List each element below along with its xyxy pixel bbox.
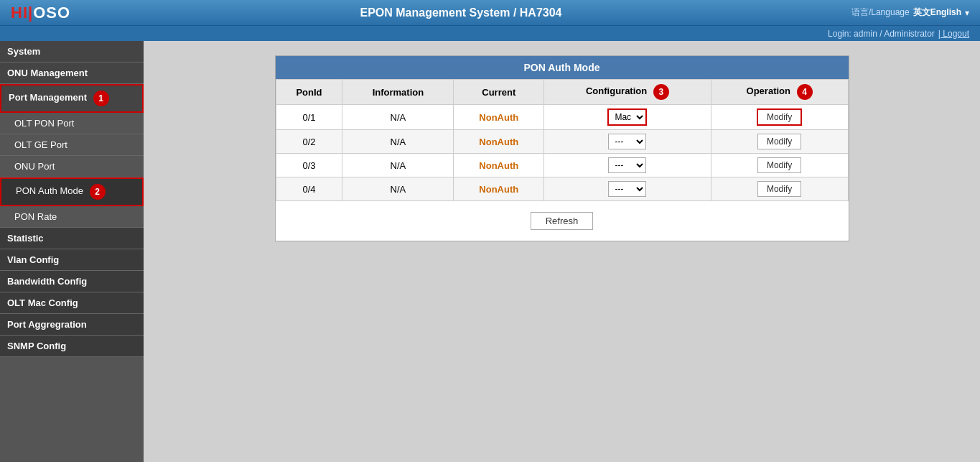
modify-button[interactable]: Modify xyxy=(757,134,801,149)
pon-auth-mode-container: PON Auth Mode PonId Information Current … xyxy=(275,55,849,241)
sidebar-item-snmp-config[interactable]: SNMP Config xyxy=(0,336,144,357)
language-label: 语言/Language xyxy=(851,6,910,19)
logo: HI|OSO xyxy=(11,4,70,22)
sidebar-item-system[interactable]: System xyxy=(0,41,144,63)
sidebar-item-bandwidth-config[interactable]: Bandwidth Config xyxy=(0,271,144,292)
sidebar-item-olt-pon-port[interactable]: OLT PON Port xyxy=(0,113,144,134)
sidebar-item-pon-rate[interactable]: PON Rate xyxy=(0,206,144,228)
main-layout: System ONU Management Port Management 1 … xyxy=(0,41,980,462)
badge-1: 1 xyxy=(93,91,109,106)
modify-button[interactable]: Modify xyxy=(757,157,801,173)
language-arrow-icon: ▾ xyxy=(965,8,969,18)
pon-auth-table: PonId Information Current Configuration … xyxy=(276,79,849,201)
cell-current: NonAuth xyxy=(454,105,544,130)
config-select[interactable]: ---Mac xyxy=(608,181,646,197)
config-select[interactable]: ---Mac xyxy=(608,157,646,173)
col-configuration: Configuration 3 xyxy=(544,80,711,105)
sidebar: System ONU Management Port Management 1 … xyxy=(0,41,144,462)
sidebar-item-port-management[interactable]: Port Management 1 xyxy=(0,84,144,113)
badge-3: 3 xyxy=(653,84,669,100)
sidebar-item-port-aggregation[interactable]: Port Aggregration xyxy=(0,314,144,336)
login-info: Login: admin / Administrator xyxy=(828,29,935,39)
table-title: PON Auth Mode xyxy=(276,56,849,79)
cell-config[interactable]: Mac--- xyxy=(544,105,711,130)
header-top: HI|OSO EPON Management System / HA7304 语… xyxy=(0,0,980,25)
cell-ponid: 0/2 xyxy=(276,130,342,154)
badge-4: 4 xyxy=(797,84,813,100)
cell-operation[interactable]: Modify xyxy=(711,105,848,130)
cell-operation[interactable]: Modify xyxy=(711,130,848,154)
language-selector[interactable]: 语言/Language 英文English ▾ xyxy=(851,6,969,19)
sidebar-item-olt-mac-config[interactable]: OLT Mac Config xyxy=(0,292,144,314)
cell-information: N/A xyxy=(342,105,454,130)
col-information: Information xyxy=(342,80,454,105)
content-area: PON Auth Mode PonId Information Current … xyxy=(144,41,980,462)
header-bottom: Login: admin / Administrator | Logout xyxy=(0,25,980,41)
cell-operation[interactable]: Modify xyxy=(711,154,848,177)
language-value: 英文English xyxy=(913,6,961,19)
page-title: EPON Management System / HA7304 xyxy=(70,6,851,19)
table-row: 0/1N/ANonAuthMac---Modify xyxy=(276,105,848,130)
cell-config[interactable]: ---Mac xyxy=(544,177,711,201)
cell-current: NonAuth xyxy=(454,130,544,154)
logout-button[interactable]: | Logout xyxy=(938,29,969,39)
sidebar-item-olt-ge-port[interactable]: OLT GE Port xyxy=(0,134,144,156)
cell-ponid: 0/4 xyxy=(276,177,342,201)
col-ponid: PonId xyxy=(276,80,342,105)
cell-information: N/A xyxy=(342,130,454,154)
sidebar-item-statistic[interactable]: Statistic xyxy=(0,228,144,249)
col-current: Current xyxy=(454,80,544,105)
cell-ponid: 0/3 xyxy=(276,154,342,177)
modify-button[interactable]: Modify xyxy=(757,108,802,126)
table-row: 0/4N/ANonAuth---MacModify xyxy=(276,177,848,201)
cell-current: NonAuth xyxy=(454,154,544,177)
refresh-area: Refresh xyxy=(276,201,849,241)
cell-config[interactable]: ---Mac xyxy=(544,130,711,154)
logo-text: HI|OSO xyxy=(11,4,70,22)
sidebar-item-onu-management[interactable]: ONU Management xyxy=(0,63,144,84)
table-row: 0/3N/ANonAuth---MacModify xyxy=(276,154,848,177)
cell-ponid: 0/1 xyxy=(276,105,342,130)
col-operation: Operation 4 xyxy=(711,80,848,105)
table-row: 0/2N/ANonAuth---MacModify xyxy=(276,130,848,154)
refresh-button[interactable]: Refresh xyxy=(531,212,594,230)
config-select[interactable]: Mac--- xyxy=(607,108,647,126)
config-select[interactable]: ---Mac xyxy=(608,134,646,149)
modify-button[interactable]: Modify xyxy=(757,181,801,197)
sidebar-item-pon-auth-mode[interactable]: PON Auth Mode 2 xyxy=(0,177,144,206)
cell-information: N/A xyxy=(342,177,454,201)
cell-information: N/A xyxy=(342,154,454,177)
cell-current: NonAuth xyxy=(454,177,544,201)
badge-2: 2 xyxy=(90,184,106,200)
sidebar-item-onu-port[interactable]: ONU Port xyxy=(0,156,144,177)
sidebar-item-vlan-config[interactable]: Vlan Config xyxy=(0,249,144,271)
cell-config[interactable]: ---Mac xyxy=(544,154,711,177)
cell-operation[interactable]: Modify xyxy=(711,177,848,201)
